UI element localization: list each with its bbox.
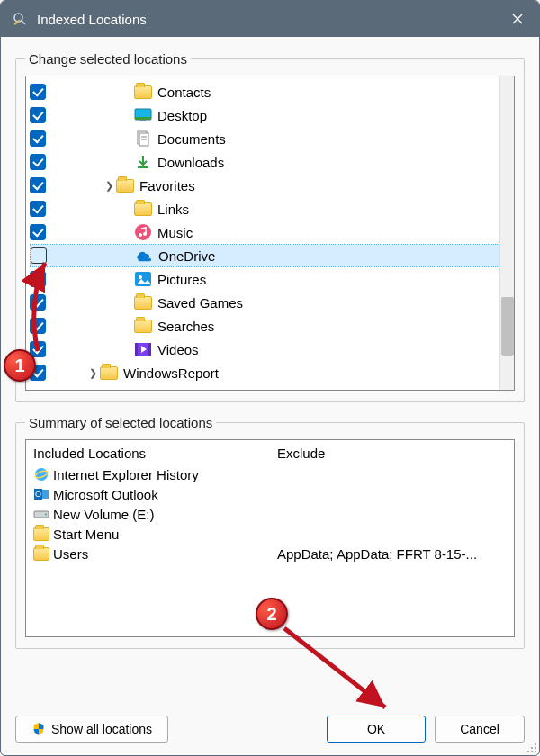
change-locations-group: Change selected locations ContactsDeskto… xyxy=(15,51,525,402)
indexed-locations-dialog: Indexed Locations Change selected locati… xyxy=(0,0,540,756)
titlebar[interactable]: Indexed Locations xyxy=(1,1,539,37)
tree-row[interactable]: ❯WindowsReport xyxy=(30,361,514,384)
tree-row[interactable]: ❯Favorites xyxy=(30,174,514,197)
folder-icon xyxy=(134,83,152,101)
included-header[interactable]: Included Locations xyxy=(33,446,263,461)
exclude-row[interactable] xyxy=(277,464,507,484)
cancel-button[interactable]: Cancel xyxy=(435,716,525,742)
ok-button[interactable]: OK xyxy=(327,716,426,742)
tree-label: Searches xyxy=(158,319,214,334)
checkbox[interactable] xyxy=(31,248,47,264)
svg-point-11 xyxy=(139,233,142,237)
checkbox[interactable] xyxy=(30,224,46,240)
tree-row[interactable]: OneDrive xyxy=(30,244,514,267)
drive-icon xyxy=(33,506,50,522)
exclude-column: Exclude AppData; AppData; FFRT 8-15-... xyxy=(270,440,514,636)
tree-scroll-thumb[interactable] xyxy=(501,297,514,356)
ie-icon xyxy=(33,466,50,482)
change-locations-legend: Change selected locations xyxy=(25,51,191,67)
tree-row[interactable]: Documents xyxy=(30,127,514,150)
svg-line-1 xyxy=(22,21,26,25)
svg-rect-3 xyxy=(135,117,151,120)
checkbox[interactable] xyxy=(30,294,46,310)
checkbox[interactable] xyxy=(30,271,46,287)
callout-1: 1 xyxy=(4,349,36,382)
checkbox[interactable] xyxy=(30,177,46,194)
tree-row[interactable]: Pictures xyxy=(30,267,514,291)
tree-label: Saved Games xyxy=(158,295,243,310)
checkbox[interactable] xyxy=(30,130,46,147)
app-icon xyxy=(12,10,30,28)
expand-icon[interactable]: ❯ xyxy=(86,367,100,379)
tree-row[interactable]: Searches xyxy=(30,314,514,338)
downloads-icon xyxy=(134,153,152,171)
tree-label: Favorites xyxy=(140,178,195,194)
tree-label: Contacts xyxy=(158,85,211,100)
tree-label: Downloads xyxy=(158,155,224,170)
shield-icon xyxy=(32,722,46,736)
checkbox[interactable] xyxy=(30,201,46,217)
folder-icon xyxy=(33,526,50,542)
tree-label: Music xyxy=(158,225,193,240)
folder-icon xyxy=(33,545,50,562)
close-button[interactable] xyxy=(496,1,539,37)
tree-label: Videos xyxy=(158,342,199,357)
show-all-locations-button[interactable]: Show all locations xyxy=(15,716,168,742)
svg-point-10 xyxy=(135,224,151,240)
tree-label: Pictures xyxy=(158,272,206,287)
tree-row[interactable]: Desktop xyxy=(30,104,514,127)
tree-row[interactable]: Saved Games xyxy=(30,291,514,314)
included-row[interactable]: Start Menu xyxy=(33,524,263,544)
resize-grip[interactable] xyxy=(524,740,536,752)
included-label: Microsoft Outlook xyxy=(53,487,158,502)
included-row[interactable]: OMicrosoft Outlook xyxy=(33,484,263,504)
onedrive-icon xyxy=(135,247,153,265)
included-label: Users xyxy=(53,546,88,562)
folder-icon xyxy=(116,176,134,194)
pictures-icon xyxy=(134,270,152,288)
expand-icon[interactable]: ❯ xyxy=(102,180,116,192)
callout-2: 2 xyxy=(256,598,288,630)
button-bar: Show all locations OK Cancel xyxy=(1,710,539,755)
tree-label: OneDrive xyxy=(158,248,215,264)
videos-icon xyxy=(134,340,152,358)
folder-icon xyxy=(134,200,152,218)
tree-row[interactable]: Links xyxy=(30,197,514,220)
music-icon xyxy=(134,223,152,241)
svg-rect-22 xyxy=(42,490,49,499)
tree-label: Links xyxy=(158,202,189,217)
checkbox[interactable] xyxy=(30,318,46,334)
checkbox[interactable] xyxy=(30,154,46,170)
exclude-row[interactable] xyxy=(277,504,507,524)
tree-row[interactable]: Videos xyxy=(30,338,514,361)
included-row[interactable]: Internet Explorer History xyxy=(33,464,263,484)
exclude-header[interactable]: Exclude xyxy=(277,446,507,461)
documents-icon xyxy=(134,130,152,148)
exclude-row[interactable]: AppData; AppData; FFRT 8-15-... xyxy=(277,544,507,563)
included-row[interactable]: Users xyxy=(33,544,263,563)
folder-icon xyxy=(134,293,152,311)
show-all-label: Show all locations xyxy=(51,722,152,736)
exclude-row[interactable] xyxy=(277,484,507,504)
tree-label: Documents xyxy=(158,131,226,147)
tree-scrollbar[interactable] xyxy=(500,76,514,390)
included-column: Included Locations Internet Explorer His… xyxy=(26,440,270,636)
desktop-icon xyxy=(134,106,152,124)
included-row[interactable]: New Volume (E:) xyxy=(33,504,263,524)
svg-point-14 xyxy=(139,275,142,279)
checkbox[interactable] xyxy=(30,84,46,100)
svg-point-12 xyxy=(143,232,147,236)
folder-icon xyxy=(134,317,152,335)
summary-legend: Summary of selected locations xyxy=(25,415,216,430)
exclude-row[interactable] xyxy=(277,524,507,544)
outlook-icon: O xyxy=(33,486,50,502)
tree-label: Desktop xyxy=(158,108,207,123)
locations-tree[interactable]: ContactsDesktopDocumentsDownloads❯Favori… xyxy=(25,76,515,391)
window-title: Indexed Locations xyxy=(37,12,496,27)
svg-rect-17 xyxy=(148,343,151,356)
tree-row[interactable]: Contacts xyxy=(30,80,514,104)
tree-row[interactable]: Downloads xyxy=(30,150,514,174)
included-label: Start Menu xyxy=(53,526,119,542)
checkbox[interactable] xyxy=(30,107,46,123)
tree-row[interactable]: Music xyxy=(30,220,514,244)
